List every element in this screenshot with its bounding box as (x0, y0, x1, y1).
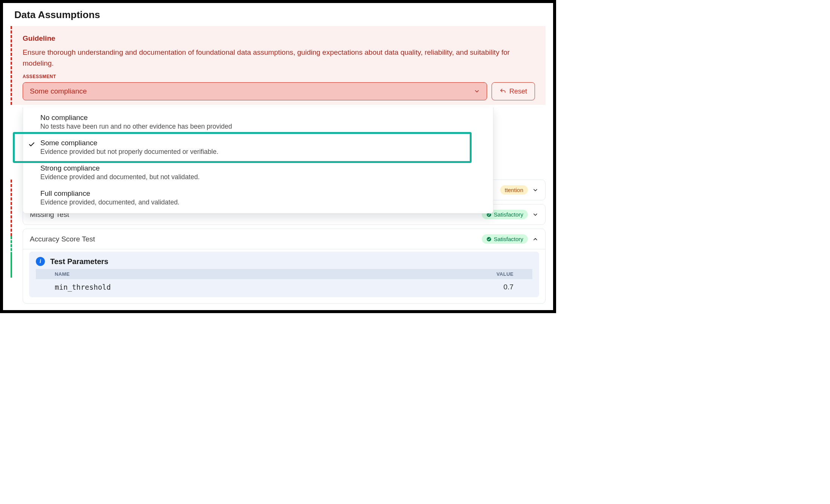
params-table-header: NAME VALUE (36, 269, 532, 279)
status-badge-satisfactory: Satisfactory (482, 234, 528, 244)
chevron-down-icon (532, 187, 538, 193)
option-title: Strong compliance (40, 164, 486, 172)
assessment-selected-value: Some compliance (30, 87, 87, 95)
option-strong-compliance[interactable]: Strong compliance Evidence provided and … (23, 160, 493, 186)
option-no-compliance[interactable]: No compliance No tests have been run and… (23, 110, 493, 135)
param-name: min_threshold (55, 283, 504, 291)
assessment-dropdown: No compliance No tests have been run and… (23, 108, 493, 214)
test-parameters-box: i Test Parameters NAME VALUE min_thresho… (29, 252, 539, 297)
guideline-block: Guideline Ensure thorough understanding … (12, 26, 546, 105)
col-value-header: VALUE (496, 271, 513, 277)
undo-icon (500, 88, 506, 95)
left-border-red (11, 26, 12, 105)
chevron-down-icon (532, 212, 538, 218)
reset-button[interactable]: Reset (492, 82, 535, 100)
reset-button-label: Reset (509, 88, 527, 95)
option-desc: Evidence provided, documented, and valid… (40, 198, 486, 206)
option-desc: No tests have been run and no other evid… (40, 123, 486, 131)
panel-accuracy-title: Accuracy Score Test (30, 235, 477, 243)
guideline-text: Ensure thorough understanding and docume… (23, 47, 535, 69)
param-value: 0.7 (504, 283, 513, 291)
svg-point-1 (487, 237, 491, 241)
left-border-green-solid (11, 255, 12, 278)
badge-label: Satisfactory (494, 211, 523, 218)
assessment-label: ASSESSMENT (23, 74, 535, 79)
option-some-compliance[interactable]: Some compliance Evidence provided but no… (23, 135, 493, 160)
col-name-header: NAME (55, 271, 496, 277)
chevron-down-icon (474, 88, 480, 94)
left-border-red-lower (11, 180, 12, 236)
option-desc: Evidence provided and documented, but no… (40, 173, 486, 181)
badge-label: ttention (505, 187, 523, 193)
assessment-select[interactable]: Some compliance (23, 82, 487, 100)
option-full-compliance[interactable]: Full compliance Evidence provided, docum… (23, 186, 493, 211)
option-title: Some compliance (40, 139, 486, 147)
page-title: Data Assumptions (14, 9, 546, 21)
panel-accuracy-header[interactable]: Accuracy Score Test Satisfactory (23, 229, 545, 249)
badge-label: Satisfactory (494, 236, 523, 242)
chevron-up-icon (532, 236, 538, 242)
left-border-green-dashed (11, 236, 12, 255)
info-icon: i (36, 257, 45, 266)
option-desc: Evidence provided but not properly docum… (40, 148, 486, 156)
table-row: min_threshold 0.7 (36, 279, 532, 295)
panel-accuracy-score: Accuracy Score Test Satisfactory i Test … (23, 229, 546, 304)
check-icon (28, 141, 35, 148)
option-title: Full compliance (40, 189, 486, 198)
option-title: No compliance (40, 114, 486, 122)
guideline-heading: Guideline (23, 34, 535, 43)
test-parameters-title: Test Parameters (50, 257, 108, 266)
status-badge-attention: ttention (500, 185, 528, 195)
